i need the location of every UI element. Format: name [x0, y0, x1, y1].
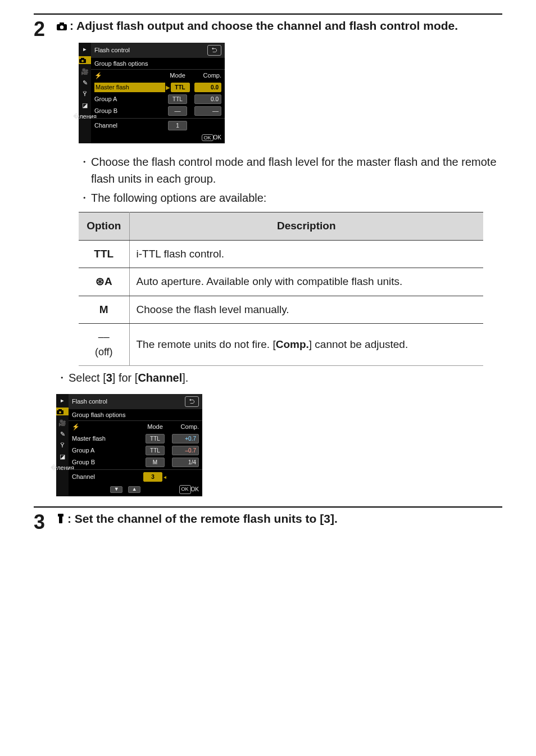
step-3-text: : Set the channel of the remote flash un… [67, 512, 338, 525]
svg-point-2 [60, 25, 63, 29]
tab-pencil-icon: ✎ [83, 79, 88, 87]
table-row: ⊛A Auto aperture. Available only with co… [79, 268, 483, 296]
screen-title: Flash control [72, 397, 107, 406]
ok-row: ▼ ▲ OKOK [69, 483, 202, 496]
col-option: Option [79, 212, 129, 241]
row-group-a[interactable]: Group A TTL –0.7 [69, 445, 202, 456]
bullet: Choose the flash control mode and flash … [79, 153, 502, 187]
row-channel[interactable]: Channel 3◂ [69, 469, 202, 483]
screen-subhead: Group flash options [91, 58, 225, 70]
menu-sidebar: ▸ 🎥 ✎ Ÿ ◪ �ления [56, 394, 69, 496]
channel-label: Channel [94, 121, 165, 130]
svg-point-8 [59, 411, 61, 413]
tab-video-icon: 🎥 [58, 419, 66, 427]
step-2-heading: : Adjust flash output and choose the cha… [56, 18, 502, 35]
tab-photo-icon [79, 56, 91, 64]
tab-retouch-icon: ◪ [60, 452, 65, 460]
row-label: Group A [94, 94, 165, 104]
svg-rect-10 [59, 517, 62, 523]
step-number: 3 [34, 511, 56, 533]
channel-label: Channel [72, 472, 143, 482]
mode-value: TTL [171, 83, 190, 92]
row-group-b[interactable]: Group B –– –– [91, 105, 225, 117]
row-master-flash[interactable]: Master flash TTL +0.7 [69, 433, 202, 445]
tab-video-icon: 🎥 [81, 67, 89, 75]
svg-point-5 [81, 60, 84, 62]
row-label: Group B [94, 106, 165, 116]
row-master-flash[interactable]: Master flash ▶TTL 0.0 [91, 82, 225, 93]
down-arrow-icon[interactable]: ▼ [110, 486, 122, 493]
screen-subhead: Group flash options [69, 409, 202, 422]
bullet: Select [3] for [Channel]. [56, 369, 502, 386]
ok-label: OK [191, 485, 199, 494]
option-ttl: TTL [79, 240, 129, 268]
row-group-a[interactable]: Group A TTL 0.0 [91, 93, 225, 105]
desc-text: ] cannot be adjusted. [309, 338, 408, 350]
flash-unit-icon [56, 512, 65, 528]
svg-rect-4 [81, 58, 84, 60]
text-bold: Channel [138, 372, 182, 384]
back-icon[interactable]: ⮌ [185, 396, 199, 407]
ok-label: OK [214, 134, 221, 141]
tab-retouch-icon: ◪ [82, 101, 88, 109]
row-label: Group B [72, 458, 143, 467]
desc-ttl: i-TTL flash control. [129, 240, 483, 268]
svg-rect-7 [58, 409, 62, 411]
row-label: Master flash [72, 434, 143, 443]
option-auto-aperture: ⊛A [79, 268, 129, 296]
step-3: 3 : Set the channel of the remote flash … [34, 511, 502, 533]
desc-off: The remote units do not fire. [Comp.] ca… [129, 324, 483, 366]
text: Select [ [69, 372, 106, 384]
rule [34, 13, 502, 15]
flash-icon: ⚡ [72, 422, 143, 432]
mode-value: M [146, 458, 165, 467]
desc-auto-aperture: Auto aperture. Available only with compa… [129, 268, 483, 296]
col-description: Description [129, 212, 483, 241]
table-row: TTL i-TTL flash control. [79, 240, 483, 268]
mode-value: TTL [146, 434, 165, 443]
row-label: Group A [72, 446, 143, 455]
back-icon[interactable]: ⮌ [207, 45, 221, 56]
comp-value: 0.0 [194, 94, 221, 104]
camera-screen-1: ▸ 🎥 ✎ Ÿ ◪ �ления Flash control ⮌ Group f… [79, 43, 225, 143]
tab-playback-icon: ▸ [83, 45, 87, 53]
flash-icon: ⚡ [94, 71, 165, 80]
svg-rect-1 [60, 22, 64, 25]
ok-button-icon[interactable]: OK [179, 485, 191, 494]
camera-screen-2: ▸ 🎥 ✎ Ÿ ◪ �ления Flash control ⮌ Group f… [56, 394, 202, 496]
row-channel[interactable]: Channel 1 [91, 118, 225, 132]
options-table: Option Description TTL i-TTL flash contr… [79, 212, 483, 366]
camera-icon [56, 19, 67, 35]
tab-setup-icon: Ÿ [83, 90, 87, 98]
channel-value: 1 [168, 121, 187, 130]
bullet: The following options are available: [79, 189, 502, 206]
text-bold: 3 [106, 372, 112, 384]
comp-value: –– [194, 106, 221, 116]
channel-value: 3 [143, 472, 162, 482]
svg-rect-9 [58, 514, 63, 517]
comp-value: +0.7 [172, 434, 199, 443]
tab-playback-icon: ▸ [61, 396, 64, 404]
desc-manual: Choose the flash level manually. [129, 296, 483, 324]
step-2-text: : Adjust flash output and choose the cha… [70, 19, 458, 32]
row-label: Master flash [94, 83, 165, 92]
tab-pencil-icon: ✎ [60, 430, 65, 438]
mode-value: TTL [168, 94, 187, 104]
text: ] for [ [112, 372, 138, 384]
cursor-icon: ▶ [166, 84, 170, 90]
row-group-b[interactable]: Group B M 1/4 [69, 456, 202, 468]
off-glyph: –– [85, 329, 122, 345]
screen-title: Flash control [94, 46, 130, 55]
comp-value: –0.7 [172, 446, 199, 455]
step-2: 2 : Adjust flash output and choose the c… [34, 18, 502, 506]
tab-photo-icon [56, 408, 69, 415]
up-arrow-icon[interactable]: ▲ [128, 486, 140, 493]
table-row: M Choose the flash level manually. [79, 296, 483, 324]
ok-button-icon[interactable]: OK [202, 134, 214, 141]
mode-value: TTL [146, 446, 165, 455]
mode-value: –– [168, 106, 187, 116]
option-off: –– (off) [79, 324, 129, 366]
col-mode: Mode [165, 71, 190, 80]
col-comp: Comp. [167, 422, 199, 432]
step-number: 2 [34, 18, 56, 40]
